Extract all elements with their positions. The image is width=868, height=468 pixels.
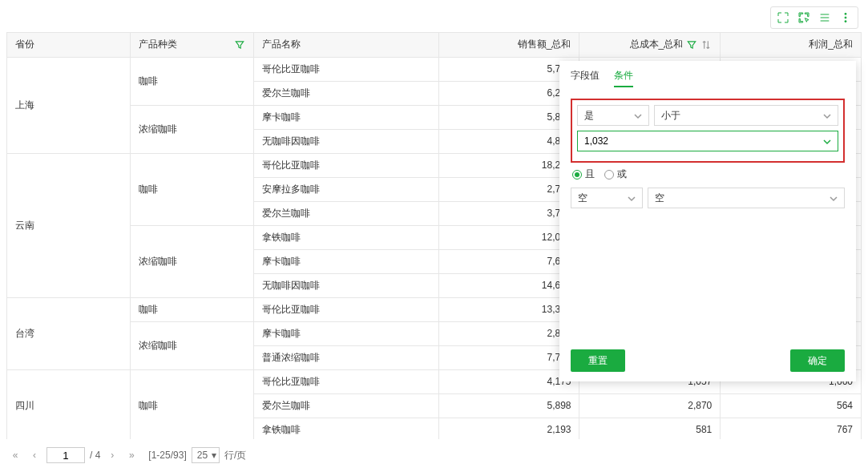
cell-name[interactable]: 摩卡咖啡: [254, 321, 439, 345]
svg-point-1: [845, 17, 846, 18]
cell-category[interactable]: 咖啡: [131, 369, 254, 439]
cell-name[interactable]: 哥伦比亚咖啡: [254, 369, 439, 393]
cell-category[interactable]: 浓缩咖啡: [131, 105, 254, 153]
col-province[interactable]: 省份: [7, 33, 131, 57]
chevron-down-icon: ▾: [212, 450, 216, 461]
col-sales[interactable]: 销售额_总和: [438, 33, 579, 57]
page-size-select[interactable]: 25▾: [192, 447, 220, 463]
cell-sales[interactable]: 18,245: [438, 153, 579, 177]
cell-category[interactable]: 咖啡: [131, 153, 254, 225]
cell-category[interactable]: 浓缩咖啡: [131, 225, 254, 297]
cell-name[interactable]: 爱尔兰咖啡: [254, 201, 439, 225]
ok-button[interactable]: 确定: [790, 349, 845, 372]
page-range: [1-25/93]: [148, 450, 186, 461]
reset-button[interactable]: 重置: [571, 349, 625, 372]
page-input[interactable]: [46, 447, 85, 463]
cell-sales[interactable]: 5,712: [438, 57, 579, 81]
cell-sales[interactable]: 4,175: [438, 369, 579, 393]
tab-conditions[interactable]: 条件: [614, 69, 633, 87]
cond2-op-select[interactable]: 空: [648, 188, 845, 208]
cell-sales[interactable]: 2,714: [438, 177, 579, 201]
col-name[interactable]: 产品名称: [254, 33, 439, 57]
chevron-down-icon: [830, 194, 838, 202]
cell-name[interactable]: 安摩拉多咖啡: [254, 177, 439, 201]
filter-icon[interactable]: [234, 39, 245, 50]
cell-name[interactable]: 普通浓缩咖啡: [254, 345, 439, 369]
cell-sales[interactable]: 6,262: [438, 81, 579, 105]
chevron-down-icon: [628, 194, 636, 202]
cell-sales[interactable]: 4,887: [438, 129, 579, 153]
cell-name[interactable]: 摩卡咖啡: [254, 249, 439, 273]
cell-sales[interactable]: 3,739: [438, 201, 579, 225]
chevron-down-icon: [823, 137, 831, 145]
filter-popover: 字段值 条件 是 小于 且 或 空 空 重置 确定: [559, 61, 856, 381]
logic-and-radio[interactable]: 且: [572, 167, 595, 181]
expand-icon[interactable]: [776, 10, 790, 25]
page-total: / 4: [90, 450, 100, 461]
col-profit[interactable]: 利润_总和: [721, 33, 862, 57]
chevron-down-icon: [823, 111, 831, 119]
cell-profit[interactable]: 564: [721, 393, 862, 418]
cell-cost[interactable]: 2,870: [579, 393, 721, 418]
more-icon[interactable]: [838, 10, 853, 25]
cell-sales[interactable]: 5,898: [438, 393, 579, 418]
cell-province[interactable]: 四川: [7, 369, 131, 439]
pager: « ‹ / 4 › » [1-25/93] 25▾ 行/页: [8, 447, 246, 463]
page-prev-button[interactable]: ‹: [27, 448, 42, 462]
cell-name[interactable]: 哥伦比亚咖啡: [254, 57, 439, 81]
cell-cost[interactable]: 581: [579, 418, 721, 439]
cursor-select-icon[interactable]: [797, 10, 811, 25]
cell-province[interactable]: 云南: [7, 153, 131, 297]
cell-sales[interactable]: 5,898: [438, 105, 579, 129]
cell-sales[interactable]: 2,193: [438, 418, 579, 439]
cell-name[interactable]: 摩卡咖啡: [254, 105, 439, 129]
cond-value-field[interactable]: [584, 135, 823, 147]
chevron-down-icon: [634, 111, 642, 119]
tab-field-values[interactable]: 字段值: [571, 69, 600, 87]
cell-name[interactable]: 无咖啡因咖啡: [254, 129, 439, 153]
cell-name[interactable]: 哥伦比亚咖啡: [254, 153, 439, 177]
cell-name[interactable]: 爱尔兰咖啡: [254, 81, 439, 105]
cell-category[interactable]: 咖啡: [131, 297, 254, 321]
cond2-is-select[interactable]: 空: [571, 188, 643, 208]
sort-icon[interactable]: [700, 39, 712, 50]
cell-name[interactable]: 无咖啡因咖啡: [254, 273, 439, 297]
page-last-button[interactable]: »: [124, 448, 139, 462]
svg-point-2: [845, 21, 846, 22]
table-toolbar: [770, 6, 858, 29]
col-cost[interactable]: 总成本_总和: [579, 33, 721, 57]
cell-province[interactable]: 上海: [7, 57, 131, 153]
cell-sales[interactable]: 7,691: [438, 249, 579, 273]
cell-name[interactable]: 哥伦比亚咖啡: [254, 297, 439, 321]
logic-or-radio[interactable]: 或: [604, 167, 627, 181]
page-first-button[interactable]: «: [8, 448, 22, 462]
cond-op-select[interactable]: 小于: [654, 105, 838, 126]
cell-sales[interactable]: 2,804: [438, 321, 579, 345]
filter-icon[interactable]: [686, 39, 697, 50]
cell-sales[interactable]: 7,798: [438, 345, 579, 369]
cell-sales[interactable]: 12,001: [438, 225, 579, 249]
cell-category[interactable]: 浓缩咖啡: [131, 321, 254, 369]
cell-sales[interactable]: 14,607: [438, 273, 579, 297]
cell-name[interactable]: 爱尔兰咖啡: [254, 393, 439, 418]
list-icon[interactable]: [818, 10, 832, 25]
cell-category[interactable]: 咖啡: [131, 57, 254, 105]
cell-province[interactable]: 台湾: [7, 297, 131, 369]
cond-value-input[interactable]: [577, 131, 838, 151]
svg-point-0: [845, 13, 846, 14]
per-page-label: 行/页: [224, 449, 246, 462]
highlight-box: 是 小于: [571, 99, 845, 163]
cell-profit[interactable]: 767: [721, 418, 862, 439]
cell-name[interactable]: 拿铁咖啡: [254, 418, 439, 439]
col-category[interactable]: 产品种类: [131, 33, 254, 57]
cell-sales[interactable]: 13,301: [438, 297, 579, 321]
page-next-button[interactable]: ›: [105, 448, 119, 462]
cell-name[interactable]: 拿铁咖啡: [254, 225, 439, 249]
cond-is-select[interactable]: 是: [577, 105, 649, 126]
